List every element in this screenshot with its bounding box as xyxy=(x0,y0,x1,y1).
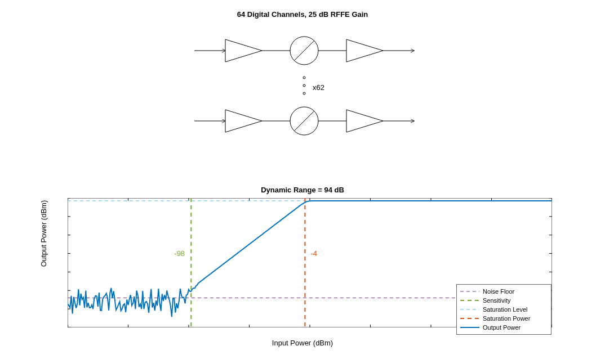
legend: Noise FloorSensitivitySaturation LevelSa… xyxy=(456,284,551,335)
y-axis-label: Output Power (dBm) xyxy=(39,169,48,298)
legend-item: Saturation Power xyxy=(460,314,548,323)
x-axis-label: Input Power (dBm) xyxy=(0,339,605,347)
legend-item: Output Power xyxy=(460,323,548,332)
svg-point-10 xyxy=(303,92,305,95)
svg-marker-1 xyxy=(225,39,262,62)
repeat-count-label: x62 xyxy=(313,83,324,92)
saturation-power-annotation: -4 xyxy=(310,249,317,258)
svg-marker-6 xyxy=(346,39,383,62)
rffe-diagram xyxy=(0,23,605,152)
dynamic-range-chart: Dynamic Range = 94 dB Input Power (dBm) … xyxy=(0,186,605,354)
legend-item: Sensitivity xyxy=(460,296,548,305)
svg-point-8 xyxy=(303,77,305,79)
chart-title: Dynamic Range = 94 dB xyxy=(0,186,605,194)
legend-item: Noise Floor xyxy=(460,287,548,296)
legend-item: Saturation Level xyxy=(460,305,548,314)
legend-label: Sensitivity xyxy=(483,297,511,304)
channel-chain-top xyxy=(194,37,414,65)
diagram-block: 64 Digital Channels, 25 dB RFFE Gain xyxy=(0,0,605,163)
svg-marker-12 xyxy=(225,110,262,132)
svg-marker-17 xyxy=(346,110,383,132)
diagram-title: 64 Digital Channels, 25 dB RFFE Gain xyxy=(0,10,605,19)
svg-point-9 xyxy=(303,84,305,87)
legend-label: Saturation Level xyxy=(483,306,528,313)
channel-chain-bottom xyxy=(194,107,414,135)
sensitivity-annotation: -98 xyxy=(174,249,185,258)
legend-label: Output Power xyxy=(483,324,521,331)
legend-label: Noise Floor xyxy=(483,288,514,295)
legend-label: Saturation Power xyxy=(483,315,530,322)
